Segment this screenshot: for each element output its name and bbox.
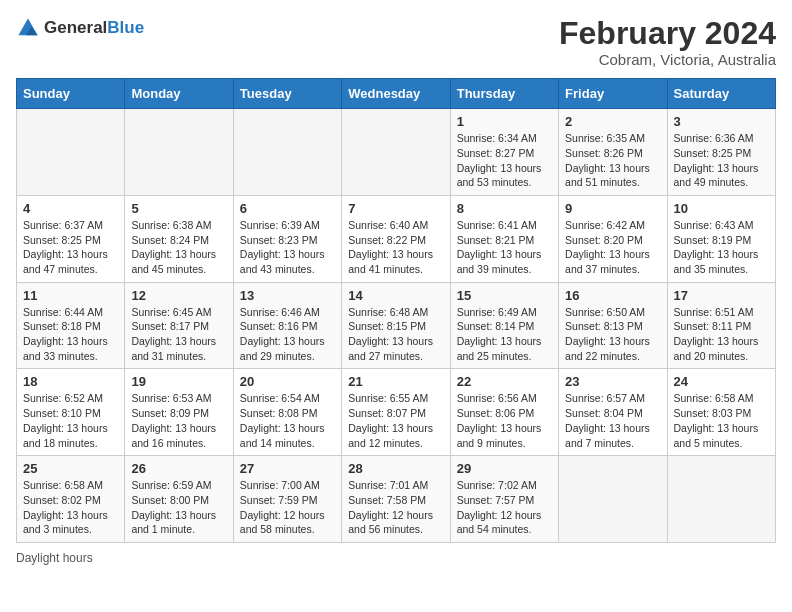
calendar-cell: 9Sunrise: 6:42 AM Sunset: 8:20 PM Daylig…: [559, 195, 667, 282]
calendar-cell: 22Sunrise: 6:56 AM Sunset: 8:06 PM Dayli…: [450, 369, 558, 456]
calendar-week-row: 1Sunrise: 6:34 AM Sunset: 8:27 PM Daylig…: [17, 109, 776, 196]
logo-icon: [16, 16, 40, 40]
calendar-cell: 29Sunrise: 7:02 AM Sunset: 7:57 PM Dayli…: [450, 456, 558, 543]
day-number: 8: [457, 201, 552, 216]
calendar-cell: 27Sunrise: 7:00 AM Sunset: 7:59 PM Dayli…: [233, 456, 341, 543]
day-number: 28: [348, 461, 443, 476]
calendar-cell: 8Sunrise: 6:41 AM Sunset: 8:21 PM Daylig…: [450, 195, 558, 282]
day-number: 27: [240, 461, 335, 476]
day-number: 15: [457, 288, 552, 303]
page-header: GeneralBlue February 2024 Cobram, Victor…: [16, 16, 776, 68]
weekday-header: Wednesday: [342, 79, 450, 109]
weekday-header: Thursday: [450, 79, 558, 109]
calendar-cell: 20Sunrise: 6:54 AM Sunset: 8:08 PM Dayli…: [233, 369, 341, 456]
day-number: 21: [348, 374, 443, 389]
day-number: 23: [565, 374, 660, 389]
calendar-week-row: 4Sunrise: 6:37 AM Sunset: 8:25 PM Daylig…: [17, 195, 776, 282]
day-info: Sunrise: 6:52 AM Sunset: 8:10 PM Dayligh…: [23, 391, 118, 450]
day-info: Sunrise: 7:01 AM Sunset: 7:58 PM Dayligh…: [348, 478, 443, 537]
calendar-cell: 19Sunrise: 6:53 AM Sunset: 8:09 PM Dayli…: [125, 369, 233, 456]
day-info: Sunrise: 6:38 AM Sunset: 8:24 PM Dayligh…: [131, 218, 226, 277]
subtitle: Cobram, Victoria, Australia: [559, 51, 776, 68]
day-number: 5: [131, 201, 226, 216]
calendar-cell: 17Sunrise: 6:51 AM Sunset: 8:11 PM Dayli…: [667, 282, 775, 369]
day-info: Sunrise: 6:45 AM Sunset: 8:17 PM Dayligh…: [131, 305, 226, 364]
day-number: 9: [565, 201, 660, 216]
day-info: Sunrise: 6:37 AM Sunset: 8:25 PM Dayligh…: [23, 218, 118, 277]
title-area: February 2024 Cobram, Victoria, Australi…: [559, 16, 776, 68]
day-info: Sunrise: 6:34 AM Sunset: 8:27 PM Dayligh…: [457, 131, 552, 190]
calendar-cell: 14Sunrise: 6:48 AM Sunset: 8:15 PM Dayli…: [342, 282, 450, 369]
day-info: Sunrise: 6:39 AM Sunset: 8:23 PM Dayligh…: [240, 218, 335, 277]
calendar-cell: 13Sunrise: 6:46 AM Sunset: 8:16 PM Dayli…: [233, 282, 341, 369]
calendar-cell: 24Sunrise: 6:58 AM Sunset: 8:03 PM Dayli…: [667, 369, 775, 456]
calendar-cell: 21Sunrise: 6:55 AM Sunset: 8:07 PM Dayli…: [342, 369, 450, 456]
day-info: Sunrise: 6:56 AM Sunset: 8:06 PM Dayligh…: [457, 391, 552, 450]
calendar-cell: 4Sunrise: 6:37 AM Sunset: 8:25 PM Daylig…: [17, 195, 125, 282]
calendar-week-row: 25Sunrise: 6:58 AM Sunset: 8:02 PM Dayli…: [17, 456, 776, 543]
weekday-header: Tuesday: [233, 79, 341, 109]
calendar-cell: 5Sunrise: 6:38 AM Sunset: 8:24 PM Daylig…: [125, 195, 233, 282]
day-number: 4: [23, 201, 118, 216]
calendar-cell: 1Sunrise: 6:34 AM Sunset: 8:27 PM Daylig…: [450, 109, 558, 196]
day-info: Sunrise: 6:59 AM Sunset: 8:00 PM Dayligh…: [131, 478, 226, 537]
calendar-cell: 26Sunrise: 6:59 AM Sunset: 8:00 PM Dayli…: [125, 456, 233, 543]
day-info: Sunrise: 7:00 AM Sunset: 7:59 PM Dayligh…: [240, 478, 335, 537]
day-number: 6: [240, 201, 335, 216]
day-info: Sunrise: 7:02 AM Sunset: 7:57 PM Dayligh…: [457, 478, 552, 537]
day-number: 29: [457, 461, 552, 476]
calendar-table: SundayMondayTuesdayWednesdayThursdayFrid…: [16, 78, 776, 543]
day-number: 19: [131, 374, 226, 389]
calendar-cell: 12Sunrise: 6:45 AM Sunset: 8:17 PM Dayli…: [125, 282, 233, 369]
calendar-cell: 23Sunrise: 6:57 AM Sunset: 8:04 PM Dayli…: [559, 369, 667, 456]
day-info: Sunrise: 6:35 AM Sunset: 8:26 PM Dayligh…: [565, 131, 660, 190]
day-info: Sunrise: 6:54 AM Sunset: 8:08 PM Dayligh…: [240, 391, 335, 450]
calendar-cell: [125, 109, 233, 196]
calendar-cell: 18Sunrise: 6:52 AM Sunset: 8:10 PM Dayli…: [17, 369, 125, 456]
weekday-row: SundayMondayTuesdayWednesdayThursdayFrid…: [17, 79, 776, 109]
day-number: 11: [23, 288, 118, 303]
day-info: Sunrise: 6:44 AM Sunset: 8:18 PM Dayligh…: [23, 305, 118, 364]
day-info: Sunrise: 6:48 AM Sunset: 8:15 PM Dayligh…: [348, 305, 443, 364]
day-info: Sunrise: 6:58 AM Sunset: 8:02 PM Dayligh…: [23, 478, 118, 537]
calendar-cell: 2Sunrise: 6:35 AM Sunset: 8:26 PM Daylig…: [559, 109, 667, 196]
day-info: Sunrise: 6:46 AM Sunset: 8:16 PM Dayligh…: [240, 305, 335, 364]
calendar-header: SundayMondayTuesdayWednesdayThursdayFrid…: [17, 79, 776, 109]
calendar-body: 1Sunrise: 6:34 AM Sunset: 8:27 PM Daylig…: [17, 109, 776, 543]
calendar-cell: [667, 456, 775, 543]
calendar-cell: [559, 456, 667, 543]
day-info: Sunrise: 6:42 AM Sunset: 8:20 PM Dayligh…: [565, 218, 660, 277]
calendar-cell: 28Sunrise: 7:01 AM Sunset: 7:58 PM Dayli…: [342, 456, 450, 543]
calendar-cell: 3Sunrise: 6:36 AM Sunset: 8:25 PM Daylig…: [667, 109, 775, 196]
weekday-header: Friday: [559, 79, 667, 109]
day-number: 17: [674, 288, 769, 303]
day-info: Sunrise: 6:55 AM Sunset: 8:07 PM Dayligh…: [348, 391, 443, 450]
footer-label: Daylight hours: [16, 551, 93, 565]
day-info: Sunrise: 6:40 AM Sunset: 8:22 PM Dayligh…: [348, 218, 443, 277]
logo: GeneralBlue: [16, 16, 144, 40]
calendar-cell: 16Sunrise: 6:50 AM Sunset: 8:13 PM Dayli…: [559, 282, 667, 369]
day-number: 22: [457, 374, 552, 389]
calendar-week-row: 18Sunrise: 6:52 AM Sunset: 8:10 PM Dayli…: [17, 369, 776, 456]
calendar-cell: 10Sunrise: 6:43 AM Sunset: 8:19 PM Dayli…: [667, 195, 775, 282]
weekday-header: Saturday: [667, 79, 775, 109]
calendar-cell: [342, 109, 450, 196]
calendar-cell: 7Sunrise: 6:40 AM Sunset: 8:22 PM Daylig…: [342, 195, 450, 282]
day-number: 18: [23, 374, 118, 389]
day-number: 10: [674, 201, 769, 216]
day-info: Sunrise: 6:51 AM Sunset: 8:11 PM Dayligh…: [674, 305, 769, 364]
calendar-cell: 15Sunrise: 6:49 AM Sunset: 8:14 PM Dayli…: [450, 282, 558, 369]
day-info: Sunrise: 6:53 AM Sunset: 8:09 PM Dayligh…: [131, 391, 226, 450]
calendar-week-row: 11Sunrise: 6:44 AM Sunset: 8:18 PM Dayli…: [17, 282, 776, 369]
day-number: 3: [674, 114, 769, 129]
day-info: Sunrise: 6:43 AM Sunset: 8:19 PM Dayligh…: [674, 218, 769, 277]
weekday-header: Monday: [125, 79, 233, 109]
day-info: Sunrise: 6:58 AM Sunset: 8:03 PM Dayligh…: [674, 391, 769, 450]
day-number: 25: [23, 461, 118, 476]
calendar-cell: 11Sunrise: 6:44 AM Sunset: 8:18 PM Dayli…: [17, 282, 125, 369]
calendar-cell: 25Sunrise: 6:58 AM Sunset: 8:02 PM Dayli…: [17, 456, 125, 543]
day-number: 13: [240, 288, 335, 303]
calendar-cell: [233, 109, 341, 196]
day-number: 12: [131, 288, 226, 303]
day-number: 7: [348, 201, 443, 216]
